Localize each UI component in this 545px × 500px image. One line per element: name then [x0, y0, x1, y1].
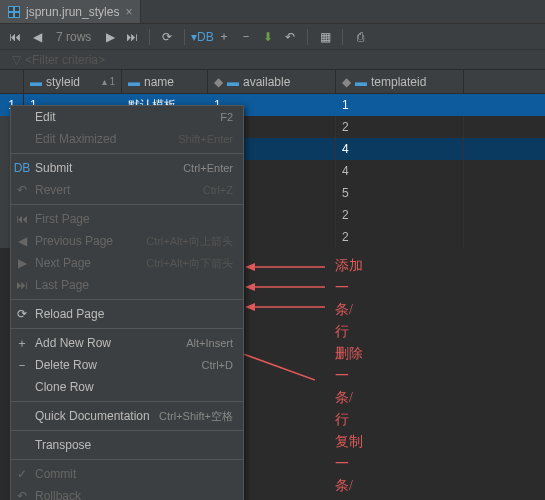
column-icon: ▬	[128, 75, 140, 89]
col-header-styleid[interactable]: ▬ styleid ▴ 1	[24, 70, 122, 93]
filter-placeholder: <Filter criteria>	[25, 53, 105, 67]
next-page-icon[interactable]: ▶	[101, 28, 119, 46]
col-header-available[interactable]: ◆ ▬ available	[208, 70, 336, 93]
cell-templateid[interactable]: 2	[336, 116, 464, 138]
menu-rollback: ↶Rollback	[11, 485, 243, 500]
menu-quick-doc[interactable]: Quick DocumentationCtrl+Shift+空格	[11, 405, 243, 427]
column-header-row: ▬ styleid ▴ 1 ▬ name ◆ ▬ available ◆ ▬ t…	[0, 70, 545, 94]
cell-templateid[interactable]: 4	[336, 138, 464, 160]
menu-commit: ✓Commit	[11, 463, 243, 485]
tab-bar: jsprun.jrun_styles ×	[0, 0, 545, 24]
col-header-name[interactable]: ▬ name	[122, 70, 208, 93]
plus-icon: ＋	[15, 335, 29, 352]
commit-icon[interactable]: ⬇	[259, 28, 277, 46]
menu-reload[interactable]: ⟳Reload Page	[11, 303, 243, 325]
col-header-templateid[interactable]: ◆ ▬ templateid	[336, 70, 464, 93]
first-page-icon[interactable]: ⏮	[6, 28, 24, 46]
svg-rect-2	[15, 7, 19, 11]
menu-submit[interactable]: DBSubmitCtrl+Enter	[11, 157, 243, 179]
close-icon[interactable]: ×	[125, 5, 132, 19]
delete-row-icon[interactable]: －	[237, 28, 255, 46]
cell-templateid[interactable]: 2	[336, 204, 464, 226]
reload-icon: ⟳	[15, 307, 29, 321]
menu-delete-row[interactable]: －Delete RowCtrl+D	[11, 354, 243, 376]
svg-line-11	[235, 351, 315, 380]
menu-edit-maximized: Edit MaximizedShift+Enter	[11, 128, 243, 150]
column-icon: ▬	[355, 75, 367, 89]
funnel-icon: ▽	[12, 53, 21, 67]
anno-del: 删除一条/行	[335, 343, 363, 431]
svg-marker-10	[245, 303, 255, 311]
menu-transpose[interactable]: Transpose	[11, 434, 243, 456]
anno-add: 添加一条/行	[335, 255, 363, 343]
view-icon[interactable]: ▦	[316, 28, 334, 46]
svg-marker-6	[245, 263, 255, 271]
minus-icon: －	[15, 357, 29, 374]
rollback-icon[interactable]: ↶	[281, 28, 299, 46]
cell-templateid[interactable]: 4	[336, 160, 464, 182]
sort-indicator: ▴ 1	[102, 76, 115, 87]
column-icon: ▬	[227, 75, 239, 89]
tab-jsprun[interactable]: jsprun.jrun_styles ×	[0, 0, 141, 23]
prev-page-icon[interactable]: ◀	[28, 28, 46, 46]
commit-icon: ✓	[15, 467, 29, 481]
submit-db-icon[interactable]: ▾DB	[193, 28, 211, 46]
cell-templateid[interactable]: 1	[336, 94, 464, 116]
menu-first-page: ⏮First Page	[11, 208, 243, 230]
ddl-icon[interactable]: ⎙	[351, 28, 369, 46]
menu-previous-page: ◀Previous PageCtrl+Alt+向上箭头	[11, 230, 243, 252]
svg-marker-8	[245, 283, 255, 291]
undo-icon: ↶	[15, 183, 29, 197]
first-icon: ⏮	[15, 212, 29, 226]
svg-rect-3	[9, 13, 13, 17]
anno-clone: 复制一条/行	[335, 431, 363, 500]
menu-add-row[interactable]: ＋Add New RowAlt+Insert	[11, 332, 243, 354]
last-page-icon[interactable]: ⏭	[123, 28, 141, 46]
prev-icon: ◀	[15, 234, 29, 248]
rows-count: 7 rows	[56, 30, 91, 44]
toolbar: ⏮ ◀ 7 rows ▶ ⏭ ⟳ ▾DB ＋ － ⬇ ↶ ▦ ⎙	[0, 24, 545, 50]
last-icon: ⏭	[15, 278, 29, 292]
rollback-icon: ↶	[15, 489, 29, 500]
table-icon	[8, 6, 20, 18]
context-menu: EditF2 Edit MaximizedShift+Enter DBSubmi…	[10, 105, 244, 500]
menu-clone-row[interactable]: Clone Row	[11, 376, 243, 398]
next-icon: ▶	[15, 256, 29, 270]
reload-icon[interactable]: ⟳	[158, 28, 176, 46]
svg-rect-4	[15, 13, 19, 17]
column-icon: ▬	[30, 75, 42, 89]
cell-templateid[interactable]: 5	[336, 182, 464, 204]
cell-templateid[interactable]: 2	[336, 226, 464, 248]
filter-row[interactable]: ▽ <Filter criteria>	[0, 50, 545, 70]
add-row-icon[interactable]: ＋	[215, 28, 233, 46]
db-icon: DB	[15, 161, 29, 175]
menu-revert: ↶RevertCtrl+Z	[11, 179, 243, 201]
tab-label: jsprun.jrun_styles	[26, 5, 119, 19]
rownum-header	[0, 70, 24, 93]
menu-edit[interactable]: EditF2	[11, 106, 243, 128]
menu-next-page: ▶Next PageCtrl+Alt+向下箭头	[11, 252, 243, 274]
svg-rect-1	[9, 7, 13, 11]
menu-last-page: ⏭Last Page	[11, 274, 243, 296]
